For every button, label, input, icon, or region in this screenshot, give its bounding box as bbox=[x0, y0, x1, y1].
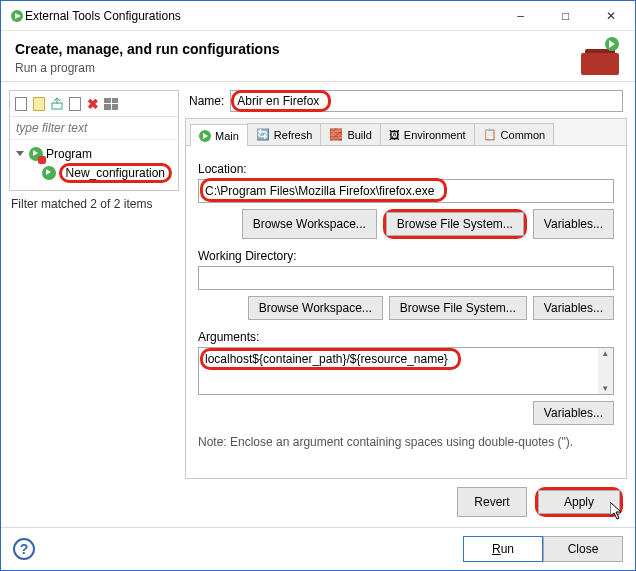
config-tree[interactable]: Program New_configuration bbox=[10, 140, 178, 190]
workdir-input[interactable] bbox=[198, 266, 614, 290]
scrollbar[interactable]: ▲▼ bbox=[598, 347, 614, 395]
tab-label: Main bbox=[215, 130, 239, 142]
run-icon bbox=[199, 130, 211, 142]
titlebar: External Tools Configurations – □ ✕ bbox=[1, 1, 635, 31]
refresh-icon: 🔄 bbox=[256, 128, 270, 141]
location-browse-workspace-button[interactable]: Browse Workspace... bbox=[242, 209, 377, 239]
dialog-window: External Tools Configurations – □ ✕ Crea… bbox=[0, 0, 636, 571]
tab-bar: Main 🔄Refresh 🧱Build 🖼Environment 📋Commo… bbox=[186, 119, 626, 146]
close-button[interactable]: Close bbox=[543, 536, 623, 562]
config-editor: Name: Abrir en Firefox Main 🔄Refresh 🧱Bu… bbox=[185, 90, 627, 519]
common-icon: 📋 bbox=[483, 128, 497, 141]
highlight: Apply bbox=[535, 487, 623, 517]
highlight: Browse File System... bbox=[383, 209, 527, 239]
arguments-label: Arguments: bbox=[198, 330, 614, 344]
configurations-pane: ✖ Program New_configuration bbox=[9, 90, 179, 191]
tab-main-panel: Location: C:\Program Files\Mozilla Firef… bbox=[186, 146, 626, 478]
expand-icon[interactable] bbox=[16, 149, 26, 159]
tree-item-label: New_configuration bbox=[59, 163, 172, 183]
minimize-button[interactable]: – bbox=[498, 1, 543, 30]
tabs-frame: Main 🔄Refresh 🧱Build 🖼Environment 📋Commo… bbox=[185, 118, 627, 479]
run-button[interactable]: Run bbox=[463, 536, 543, 562]
tree-root-program[interactable]: Program bbox=[14, 146, 174, 162]
window-title: External Tools Configurations bbox=[25, 9, 498, 23]
config-toolbar: ✖ bbox=[10, 91, 178, 117]
maximize-button[interactable]: □ bbox=[543, 1, 588, 30]
export-icon[interactable] bbox=[49, 96, 65, 112]
revert-button[interactable]: Revert bbox=[457, 487, 527, 517]
tab-label: Refresh bbox=[274, 129, 313, 141]
location-label: Location: bbox=[198, 162, 614, 176]
help-button[interactable]: ? bbox=[13, 538, 35, 560]
arguments-note: Note: Enclose an argument containing spa… bbox=[198, 435, 614, 449]
collapse-icon[interactable] bbox=[103, 96, 119, 112]
apply-button[interactable]: Apply bbox=[538, 490, 620, 514]
name-input[interactable] bbox=[230, 90, 623, 112]
tab-label: Common bbox=[501, 129, 546, 141]
tab-label: Build bbox=[347, 129, 371, 141]
dialog-footer: ? Run Close bbox=[1, 527, 635, 570]
filter-input[interactable] bbox=[10, 117, 178, 140]
workdir-browse-filesystem-button[interactable]: Browse File System... bbox=[389, 296, 527, 320]
dialog-title: Create, manage, and run configurations bbox=[15, 41, 581, 57]
name-label: Name: bbox=[189, 94, 224, 108]
tab-label: Environment bbox=[404, 129, 466, 141]
close-window-button[interactable]: ✕ bbox=[588, 1, 633, 30]
tree-root-label: Program bbox=[46, 147, 92, 161]
dialog-header: Create, manage, and run configurations R… bbox=[1, 31, 635, 81]
arguments-input[interactable] bbox=[198, 347, 598, 395]
editor-buttons: Revert Apply bbox=[185, 479, 627, 519]
arguments-variables-button[interactable]: Variables... bbox=[533, 401, 614, 425]
environment-icon: 🖼 bbox=[389, 129, 400, 141]
workdir-label: Working Directory: bbox=[198, 249, 614, 263]
run-icon bbox=[29, 147, 43, 161]
tab-build[interactable]: 🧱Build bbox=[320, 123, 380, 145]
dialog-subtitle: Run a program bbox=[15, 61, 581, 75]
new-config-icon[interactable] bbox=[13, 96, 29, 112]
run-icon bbox=[42, 166, 56, 180]
tab-refresh[interactable]: 🔄Refresh bbox=[247, 123, 322, 145]
tab-common[interactable]: 📋Common bbox=[474, 123, 555, 145]
location-variables-button[interactable]: Variables... bbox=[533, 209, 614, 239]
tab-main[interactable]: Main bbox=[190, 124, 248, 146]
duplicate-icon[interactable] bbox=[67, 96, 83, 112]
location-browse-filesystem-button[interactable]: Browse File System... bbox=[386, 212, 524, 236]
app-icon bbox=[9, 8, 25, 24]
delete-icon[interactable]: ✖ bbox=[85, 96, 101, 112]
location-input[interactable] bbox=[198, 179, 614, 203]
workdir-browse-workspace-button[interactable]: Browse Workspace... bbox=[248, 296, 383, 320]
workdir-variables-button[interactable]: Variables... bbox=[533, 296, 614, 320]
tab-environment[interactable]: 🖼Environment bbox=[380, 123, 475, 145]
tree-item-new-configuration[interactable]: New_configuration bbox=[14, 162, 174, 184]
new-folder-icon[interactable] bbox=[31, 96, 47, 112]
dialog-body: ✖ Program New_configuration Filte bbox=[1, 82, 635, 527]
build-icon: 🧱 bbox=[329, 128, 343, 141]
toolbox-icon bbox=[581, 41, 621, 75]
filter-status: Filter matched 2 of 2 items bbox=[9, 191, 179, 213]
